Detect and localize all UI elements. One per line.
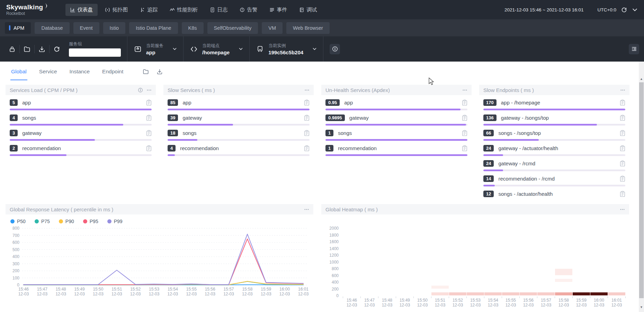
clipboard-copy-icon[interactable] — [620, 191, 625, 197]
legend-label: P95 — [90, 219, 98, 224]
view-tab-instance[interactable]: Instance — [69, 63, 91, 80]
time-range[interactable]: 2021-12-03 15:46 ~ 2021-12-03 16:01 — [504, 7, 584, 12]
clipboard-copy-icon[interactable] — [462, 100, 467, 106]
more-icon[interactable] — [620, 207, 625, 212]
view-tab-endpoint[interactable]: Endpoint — [101, 63, 124, 80]
nav-item-性能剖析[interactable]: 性能剖析 — [165, 4, 203, 16]
nav-item-告警[interactable]: 告警 — [235, 4, 262, 16]
download-icon[interactable] — [156, 68, 163, 75]
clipboard-copy-icon[interactable] — [462, 130, 467, 136]
clipboard-copy-icon[interactable] — [146, 145, 152, 152]
nav-item-事件[interactable]: 事件 — [265, 4, 292, 16]
svg-text:15:59: 15:59 — [576, 298, 587, 303]
value-badge: 85 — [168, 99, 178, 106]
svg-text:12-03: 12-03 — [594, 303, 605, 308]
clipboard-copy-icon[interactable] — [304, 100, 310, 106]
clipboard-copy-icon[interactable] — [146, 115, 152, 121]
more-icon[interactable] — [462, 88, 467, 93]
nav-item-label: 调试 — [307, 7, 317, 13]
dashboard-tab-selfobservability[interactable]: SelfObservability — [207, 22, 258, 34]
nav-item-日志[interactable]: 日志 — [205, 4, 232, 16]
chevron-down-icon[interactable] — [632, 7, 638, 13]
clipboard-copy-icon[interactable] — [620, 145, 625, 152]
legend-item-p90[interactable]: P90 — [59, 219, 74, 224]
dashboard-tab-event[interactable]: Event — [73, 22, 99, 34]
download-icon[interactable] — [38, 46, 45, 53]
folder-icon[interactable] — [24, 46, 30, 53]
collapse-sidebar-button[interactable] — [629, 44, 639, 54]
service-icon — [134, 45, 142, 53]
svg-text:15:48: 15:48 — [382, 298, 392, 303]
nav-item-调试[interactable]: 调试 — [295, 4, 322, 16]
current-service-selector[interactable]: 当前服务 app — [134, 43, 177, 55]
entity-name: gateway — [22, 130, 42, 136]
heatmap-card: Global Heatmap ( ms ) 020040060080010001… — [321, 204, 629, 312]
clipboard-copy-icon[interactable] — [620, 130, 625, 136]
scrollbar-down-arrow[interactable]: ▼ — [639, 304, 644, 310]
more-icon[interactable] — [146, 88, 152, 93]
more-icon[interactable] — [304, 207, 309, 212]
svg-text:15:57: 15:57 — [541, 298, 551, 303]
legend-item-p99[interactable]: P99 — [107, 219, 123, 224]
nav-item-label: 日志 — [217, 7, 228, 13]
more-icon[interactable] — [620, 88, 625, 93]
unhealth-services-row: 1recommendation — [321, 141, 472, 156]
clipboard-copy-icon[interactable] — [304, 130, 310, 136]
folder-icon[interactable] — [143, 68, 149, 75]
view-tab-global[interactable]: Global — [10, 63, 27, 80]
clipboard-copy-icon[interactable] — [462, 115, 467, 121]
clipboard-copy-icon[interactable] — [146, 100, 152, 106]
entity-name: app - /homepage — [501, 100, 540, 105]
svg-text:16:01: 16:01 — [611, 298, 622, 303]
chevron-down-icon — [312, 47, 317, 51]
clipboard-copy-icon[interactable] — [304, 145, 310, 152]
svg-text:100: 100 — [12, 276, 19, 281]
dashboard-tab-web-browser[interactable]: Web Browser — [286, 22, 330, 34]
dashboard-tab-apm[interactable]: APM — [5, 22, 31, 34]
current-instance-selector[interactable]: 当前实例 199c56c5b204 — [256, 43, 317, 55]
unhealth-services-row: 0.95app — [321, 95, 472, 110]
current-endpoint-selector[interactable]: 当前端点 /homepage — [190, 43, 243, 55]
slow-services-row: 85app — [163, 95, 314, 110]
dashboard-tabs: APMDatabaseEventIstioIstio Data PlaneK8s… — [0, 19, 644, 36]
clipboard-copy-icon[interactable] — [620, 115, 625, 121]
dashboard-tab-istio-data-plane[interactable]: Istio Data Plane — [129, 22, 178, 34]
brand-logo[interactable]: Skywalking Rocketbot — [6, 3, 49, 16]
info-button[interactable] — [330, 44, 340, 54]
clipboard-copy-icon[interactable] — [620, 160, 625, 167]
refresh-icon[interactable] — [621, 7, 627, 13]
nav-item-追踪[interactable]: 追踪 — [135, 4, 162, 16]
dashboard-tab-vm[interactable]: VM — [262, 22, 283, 34]
clipboard-copy-icon[interactable] — [146, 130, 152, 136]
lock-icon[interactable] — [9, 46, 16, 53]
timezone-selector[interactable]: UTC+0:0 — [598, 7, 616, 12]
svg-text:15:58: 15:58 — [558, 298, 569, 303]
svg-text:12-03: 12-03 — [470, 303, 481, 308]
info-icon[interactable] — [138, 88, 143, 93]
entity-name: gateway - /songs/top — [501, 115, 549, 121]
svg-text:12-03: 12-03 — [611, 303, 622, 308]
view-tab-service[interactable]: Service — [38, 63, 58, 80]
clipboard-copy-icon[interactable] — [620, 100, 625, 106]
clipboard-copy-icon[interactable] — [304, 115, 310, 121]
dashboard-tab-database[interactable]: Database — [35, 22, 69, 34]
legend-item-p95[interactable]: P95 — [83, 219, 98, 224]
clipboard-copy-icon[interactable] — [620, 176, 625, 182]
svg-text:15:46: 15:46 — [18, 287, 29, 292]
unhealth-services-title: Un-Health Services (Apdex) — [325, 87, 390, 93]
more-icon[interactable] — [304, 88, 310, 93]
reload-icon[interactable] — [53, 46, 60, 53]
page-scrollbar[interactable]: ▲ ▼ — [639, 62, 644, 312]
legend-item-p50[interactable]: P50 — [10, 219, 26, 224]
scrollbar-thumb[interactable] — [639, 82, 644, 298]
nav-item-拓扑图[interactable]: 拓扑图 — [100, 4, 133, 16]
dashboard-tab-istio[interactable]: Istio — [103, 22, 126, 34]
legend-item-p75[interactable]: P75 — [35, 219, 50, 224]
service-group-input[interactable] — [69, 48, 121, 57]
scrollbar-up-arrow[interactable]: ▲ — [639, 76, 644, 81]
dashboard-tab-k8s[interactable]: K8s — [182, 22, 204, 34]
entity-name: songs - /songs/top — [498, 130, 541, 136]
nav-item-仪表盘[interactable]: 仪表盘 — [65, 4, 98, 16]
clipboard-copy-icon[interactable] — [462, 145, 467, 152]
value-badge: 14 — [483, 175, 494, 182]
